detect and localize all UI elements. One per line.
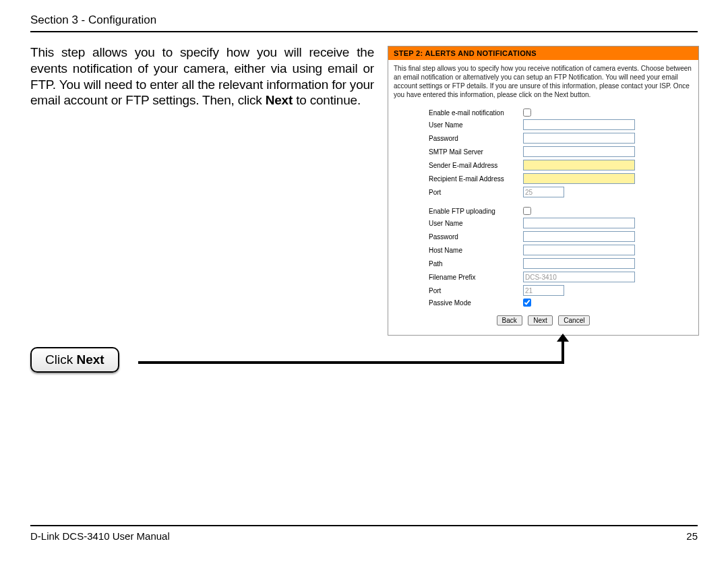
form-area: Enable e-mail notification User Name Pas… [388,104,698,335]
row-ftp-port: Port [388,284,698,297]
callout-pill: Click Next [30,347,119,373]
input-ftp-user[interactable] [523,218,635,228]
label-smtp: SMTP Mail Server [429,148,523,156]
row-recipient: Recipient E-mail Address [388,172,698,185]
label-email-user: User Name [429,121,523,129]
intro-paragraph: This step allows you to specify how you … [30,44,374,108]
label-enable-ftp: Enable FTP uploading [429,208,523,215]
input-email-user[interactable] [523,119,635,130]
label-passive: Passive Mode [429,299,523,307]
row-enable-email: Enable e-mail notification [388,107,698,118]
label-email-port: Port [429,189,523,196]
label-sender: Sender E-mail Address [429,162,523,169]
page-number: 25 [686,530,698,542]
header-rule [30,31,698,32]
label-enable-email: Enable e-mail notification [429,109,523,117]
label-ftp-user: User Name [429,220,523,227]
input-sender[interactable] [523,160,635,170]
callout: Click Next [30,347,119,373]
row-ftp-host: Host Name [388,243,698,257]
label-ftp-prefix: Filename Prefix [429,274,523,281]
input-ftp-path[interactable] [523,258,635,269]
input-ftp-host[interactable] [523,245,635,255]
footer: D-Link DCS-3410 User Manual 25 [30,525,698,542]
input-recipient[interactable] [523,173,635,184]
label-recipient: Recipient E-mail Address [429,175,523,183]
row-passive: Passive Mode [388,297,698,308]
checkbox-enable-ftp[interactable] [523,207,531,215]
row-email-port: Port [388,185,698,199]
panel-description: This final step allows you to specify ho… [388,60,698,104]
row-ftp-pass: Password [388,230,698,243]
back-button[interactable]: Back [497,315,522,325]
panel-title: STEP 2: ALERTS AND NOTIFICATIONS [388,46,698,60]
cancel-button[interactable]: Cancel [558,315,590,325]
intro-t2: to continue. [293,93,361,107]
row-smtp: SMTP Mail Server [388,145,698,158]
checkbox-passive[interactable] [523,299,531,307]
row-sender: Sender E-mail Address [388,158,698,172]
footer-rule [30,525,698,526]
label-ftp-path: Path [429,260,523,268]
checkbox-enable-email[interactable] [523,108,531,117]
callout-arrowhead-icon [557,334,569,342]
callout-t1: Click [45,352,76,367]
intro-bold: Next [266,93,293,107]
label-ftp-port: Port [429,287,523,294]
footer-left: D-Link DCS-3410 User Manual [30,530,170,542]
callout-line [138,361,564,364]
label-ftp-host: Host Name [429,247,523,254]
next-button[interactable]: Next [528,315,553,325]
input-ftp-prefix[interactable] [523,272,635,282]
row-email-user: User Name [388,118,698,131]
button-row: Back Next Cancel [388,308,698,332]
row-email-pass: Password [388,131,698,145]
wizard-panel: STEP 2: ALERTS AND NOTIFICATIONS This fi… [388,46,699,336]
label-email-pass: Password [429,135,523,142]
input-ftp-port[interactable] [523,285,564,296]
input-email-pass[interactable] [523,133,635,144]
row-ftp-prefix: Filename Prefix [388,270,698,284]
input-ftp-pass[interactable] [523,231,635,242]
row-ftp-path: Path [388,257,698,270]
label-ftp-pass: Password [429,233,523,241]
callout-bold: Next [76,352,104,367]
input-smtp[interactable] [523,146,635,157]
section-title: Section 3 - Configuration [30,13,698,27]
input-email-port[interactable] [523,187,564,197]
callout-arrow-vertical [562,340,564,364]
row-ftp-user: User Name [388,216,698,230]
row-enable-ftp: Enable FTP uploading [388,206,698,216]
